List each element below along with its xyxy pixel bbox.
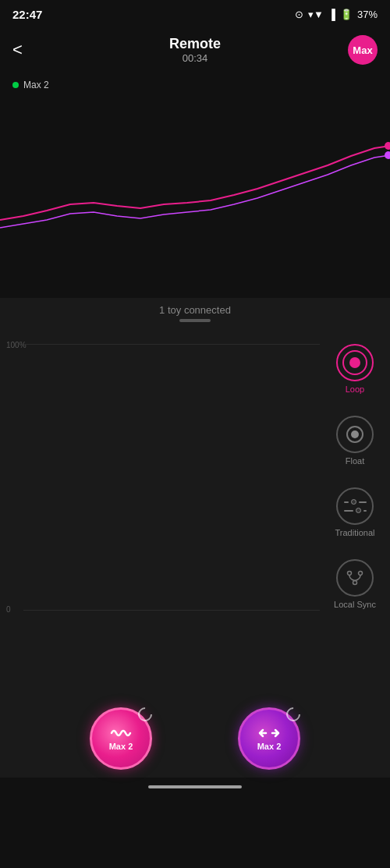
status-bar: 22:47 ⊙ ▾▼ ▐ 🔋 37% [0,0,390,28]
header-center: Remote 00:34 [169,36,221,64]
bottom-toy-area: Max 2 Max 2 [0,700,390,778]
float-inner-ring [346,426,363,443]
float-center-dot [351,430,359,438]
y-axis-bottom-label: 0 [6,605,11,614]
loop-center-dot [349,357,360,368]
toy-button-1[interactable]: Max 2 [90,707,152,770]
drag-handle[interactable] [179,319,211,322]
float-label: Float [346,456,364,466]
float-icon [336,416,374,453]
svg-point-2 [348,572,352,576]
battery-percent: 37% [357,9,378,20]
local-sync-label: Local Sync [334,600,376,609]
sidebar-item-local-sync[interactable]: Local Sync [320,548,390,620]
rotate-indicator-2 [283,704,303,724]
status-icons: ⊙ ▾▼ ▐ 🔋 37% [295,9,378,20]
left-panel: 100% 0 [0,325,320,700]
traditional-label: Traditional [335,528,375,537]
sidebar-item-float[interactable]: Float [320,405,390,477]
loop-icon [336,344,374,381]
loop-label: Loop [346,384,364,394]
session-timer: 00:34 [169,52,221,64]
toy-button-2[interactable]: Max 2 [238,707,300,770]
wave-icon [110,726,132,740]
chart-svg [0,72,390,298]
header: < Remote 00:34 Max [0,28,390,72]
page-title: Remote [169,36,221,52]
signal-icon: ▐ [328,9,335,20]
sliders-icon [344,499,367,513]
toy-2-label: Max 2 [257,742,282,751]
arrows-icon [258,726,280,740]
back-button[interactable]: < [12,40,23,60]
home-indicator[interactable] [148,785,242,788]
location-icon: ⊙ [295,9,303,20]
svg-point-4 [353,581,357,585]
battery-icon: 🔋 [340,9,353,20]
sidebar-item-loop[interactable]: Loop [320,333,390,405]
local-sync-icon [336,559,374,597]
grid-line-top [23,344,320,345]
svg-point-1 [385,151,390,159]
traditional-icon [336,487,374,525]
loop-inner-ring [342,350,367,375]
bottom-nav [0,778,390,796]
y-axis-top-label: 100% [6,341,27,349]
connected-toys-label: 1 toy connected [159,304,231,316]
svg-point-0 [385,142,390,150]
main-content: 100% 0 Loop Float [0,325,390,700]
rotate-indicator-1 [135,704,154,724]
avatar[interactable]: Max [348,35,378,65]
sync-svg-icon [346,569,364,587]
svg-point-3 [359,572,363,576]
toy-1-label: Max 2 [109,742,133,751]
divider-section: 1 toy connected [0,298,390,325]
mode-sidebar: Loop Float [320,325,390,700]
chart-area: Max 2 [0,72,390,298]
wifi-icon: ▾▼ [308,9,324,20]
status-time: 22:47 [12,8,42,21]
grid-line-bottom [23,610,320,611]
sidebar-item-traditional[interactable]: Traditional [320,477,390,548]
